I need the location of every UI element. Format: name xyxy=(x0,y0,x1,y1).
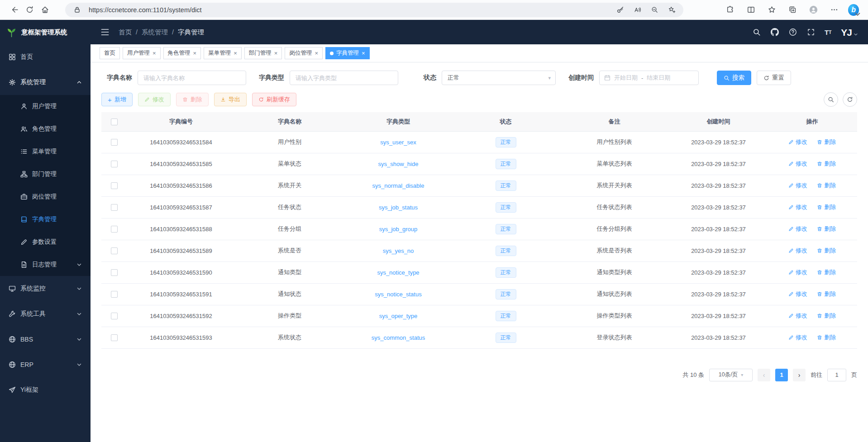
row-edit-button[interactable]: 修改 xyxy=(788,160,807,168)
row-checkbox[interactable] xyxy=(111,204,118,211)
collections-icon[interactable] xyxy=(786,3,799,17)
sidebar-item-home[interactable]: 首页 xyxy=(0,44,91,70)
add-favorite-icon[interactable] xyxy=(666,5,677,15)
tab-close-icon[interactable]: × xyxy=(234,50,237,56)
sidebar-item-role-management[interactable]: 角色管理 xyxy=(0,118,91,140)
row-edit-button[interactable]: 修改 xyxy=(788,181,807,190)
profile-avatar[interactable] xyxy=(806,3,820,17)
lock-icon[interactable] xyxy=(72,5,82,15)
fullscreen-icon[interactable] xyxy=(806,28,815,37)
sidebar-item-post-management[interactable]: 岗位管理 xyxy=(0,185,91,208)
split-screen-icon[interactable] xyxy=(744,3,758,17)
tab-close-icon[interactable]: × xyxy=(193,50,197,56)
page-number-1[interactable]: 1 xyxy=(775,369,788,381)
tab-close-icon[interactable]: × xyxy=(315,50,318,56)
browser-back-button[interactable] xyxy=(6,2,22,18)
dict-type-link[interactable]: sys_common_status xyxy=(372,334,425,341)
tab-dict-management[interactable]: 字典管理× xyxy=(325,47,370,59)
sidebar-item-user-management[interactable]: 用户管理 xyxy=(0,95,91,118)
dict-type-link[interactable]: sys_user_sex xyxy=(380,139,416,146)
row-delete-button[interactable]: 删除 xyxy=(817,203,836,211)
sidebar-item-param-settings[interactable]: 参数设置 xyxy=(0,231,91,253)
row-checkbox[interactable] xyxy=(111,139,118,146)
tab-close-icon[interactable]: × xyxy=(274,50,278,56)
sidebar-item-log-management[interactable]: 日志管理 xyxy=(0,253,91,276)
dict-type-link[interactable]: sys_notice_type xyxy=(377,269,419,276)
row-edit-button[interactable]: 修改 xyxy=(788,138,807,146)
row-edit-button[interactable]: 修改 xyxy=(788,268,807,276)
row-checkbox[interactable] xyxy=(111,182,118,189)
more-menu-icon[interactable] xyxy=(827,3,841,17)
sidebar-toggle-button[interactable] xyxy=(100,28,110,37)
select-all-checkbox[interactable] xyxy=(111,119,118,125)
search-button[interactable]: 搜索 xyxy=(717,71,751,85)
dict-type-link[interactable]: sys_job_status xyxy=(379,204,418,211)
row-edit-button[interactable]: 修改 xyxy=(788,312,807,320)
table-row[interactable]: 1641030593246531588 任务分组 sys_job_group 正… xyxy=(101,218,857,240)
user-avatar[interactable]: YJ xyxy=(841,28,858,37)
goto-page-input[interactable] xyxy=(827,369,846,381)
reset-button[interactable]: 重置 xyxy=(757,71,791,85)
tab-post-management[interactable]: 岗位管理× xyxy=(285,47,323,59)
dict-name-input[interactable] xyxy=(138,71,246,85)
url-text[interactable]: https://ccnetcore.com:1101/system/dict xyxy=(89,6,608,14)
row-edit-button[interactable]: 修改 xyxy=(788,290,807,298)
row-checkbox[interactable] xyxy=(111,226,118,233)
github-icon[interactable] xyxy=(770,28,779,37)
row-delete-button[interactable]: 删除 xyxy=(817,181,836,190)
row-checkbox[interactable] xyxy=(111,313,118,319)
sidebar-item-erp[interactable]: ERP xyxy=(0,352,91,377)
browser-refresh-button[interactable] xyxy=(22,2,37,18)
table-row[interactable]: 1641030593246531586 系统开关 sys_normal_disa… xyxy=(101,175,857,196)
breadcrumb-system[interactable]: 系统管理 xyxy=(142,28,168,37)
password-key-icon[interactable] xyxy=(615,5,625,15)
table-row[interactable]: 1641030593246531584 用户性别 sys_user_sex 正常… xyxy=(101,131,857,153)
tab-menu-management[interactable]: 菜单管理× xyxy=(204,47,242,59)
zoom-out-icon[interactable] xyxy=(649,5,660,15)
row-delete-button[interactable]: 删除 xyxy=(817,138,836,146)
browser-home-button[interactable] xyxy=(37,2,52,18)
tab-dept-management[interactable]: 部门管理× xyxy=(244,47,282,59)
address-bar[interactable]: https://ccnetcore.com:1101/system/dict xyxy=(65,3,683,17)
row-delete-button[interactable]: 删除 xyxy=(817,225,836,233)
favorites-icon[interactable] xyxy=(765,3,778,17)
dict-type-link[interactable]: sys_yes_no xyxy=(383,247,414,254)
refresh-table-button[interactable] xyxy=(843,92,857,107)
row-edit-button[interactable]: 修改 xyxy=(788,225,807,233)
header-search-icon[interactable] xyxy=(752,28,761,37)
table-row[interactable]: 1641030593246531592 操作类型 sys_oper_type 正… xyxy=(101,305,857,327)
row-edit-button[interactable]: 修改 xyxy=(788,247,807,255)
page-size-select[interactable]: 10条/页 ▾ xyxy=(709,369,753,381)
help-icon[interactable] xyxy=(788,28,797,37)
table-row[interactable]: 1641030593246531585 菜单状态 sys_show_hide 正… xyxy=(101,153,857,175)
row-edit-button[interactable]: 修改 xyxy=(788,333,807,342)
sidebar-item-system-monitor[interactable]: 系统监控 xyxy=(0,276,91,301)
sidebar-item-system-tools[interactable]: 系统工具 xyxy=(0,301,91,327)
row-checkbox[interactable] xyxy=(111,247,118,254)
breadcrumb-home[interactable]: 首页 xyxy=(119,28,132,37)
row-delete-button[interactable]: 删除 xyxy=(817,247,836,255)
tab-home[interactable]: 首页 xyxy=(100,47,120,59)
tab-user-management[interactable]: 用户管理× xyxy=(123,47,161,59)
tab-close-icon[interactable]: × xyxy=(362,50,365,56)
table-row[interactable]: 1641030593246531591 通知状态 sys_notice_stat… xyxy=(101,283,857,305)
next-page-button[interactable]: › xyxy=(793,369,806,381)
delete-button[interactable]: 删除 xyxy=(176,93,209,106)
table-row[interactable]: 1641030593246531590 通知类型 sys_notice_type… xyxy=(101,261,857,283)
sidebar-item-bbs[interactable]: BBS xyxy=(0,327,91,352)
dict-type-link[interactable]: sys_notice_status xyxy=(375,291,421,298)
sidebar-item-dict-management[interactable]: 字典管理 xyxy=(0,208,91,231)
row-checkbox[interactable] xyxy=(111,161,118,167)
row-delete-button[interactable]: 删除 xyxy=(817,290,836,298)
row-delete-button[interactable]: 删除 xyxy=(817,333,836,342)
tab-role-management[interactable]: 角色管理× xyxy=(163,47,201,59)
tab-close-icon[interactable]: × xyxy=(153,50,156,56)
export-button[interactable]: 导出 xyxy=(214,93,247,106)
row-checkbox[interactable] xyxy=(111,291,118,298)
dict-type-input[interactable] xyxy=(290,71,398,85)
row-delete-button[interactable]: 删除 xyxy=(817,160,836,168)
sidebar-item-yi-framework[interactable]: Yi框架 xyxy=(0,377,91,403)
status-select[interactable]: 正常 ▾ xyxy=(442,71,556,85)
toggle-search-button[interactable] xyxy=(824,92,838,107)
table-row[interactable]: 1641030593246531589 系统是否 sys_yes_no 正常 系… xyxy=(101,240,857,261)
